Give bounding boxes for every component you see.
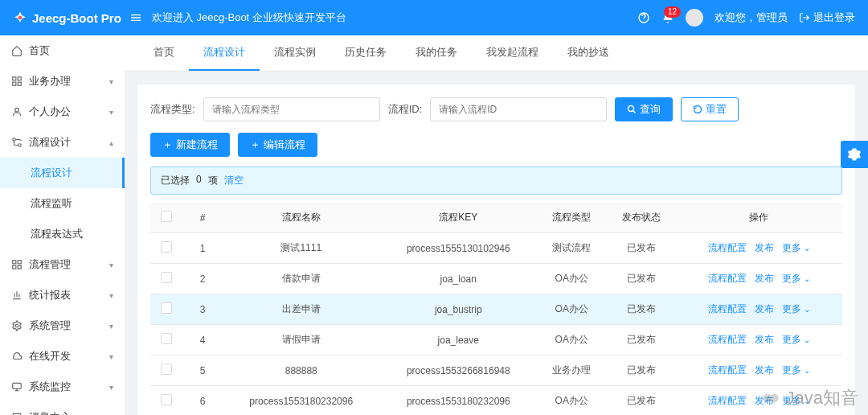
cloud-icon xyxy=(11,351,23,362)
config-link[interactable]: 流程配置 xyxy=(708,273,747,284)
sidebar-subitem-流程表达式[interactable]: 流程表达式 xyxy=(0,219,125,249)
svg-point-6 xyxy=(15,108,19,112)
svg-rect-10 xyxy=(18,261,21,264)
svg-rect-4 xyxy=(13,82,16,85)
row-checkbox[interactable] xyxy=(161,364,172,375)
more-link[interactable]: 更多 ⌄ xyxy=(782,242,810,253)
brand-logo: Jeecg-Boot Pro xyxy=(13,10,121,25)
config-link[interactable]: 流程配置 xyxy=(708,364,747,376)
selection-bar: 已选择 0 项 清空 xyxy=(150,166,842,195)
chevron-icon: ▾ xyxy=(109,352,113,361)
more-link[interactable]: 更多 ⌄ xyxy=(782,364,810,376)
tab-流程设计[interactable]: 流程设计 xyxy=(189,35,260,71)
svg-rect-9 xyxy=(13,261,16,264)
clear-selection-link[interactable]: 清空 xyxy=(224,174,244,187)
sidebar-item-消息中心[interactable]: 消息中心▾ xyxy=(0,402,125,415)
more-link[interactable]: 更多 ⌄ xyxy=(782,303,810,314)
bell-icon[interactable]: 12 xyxy=(661,11,674,24)
col-header-1: # xyxy=(182,203,223,233)
sidebar-item-个人办公[interactable]: 个人办公▾ xyxy=(0,97,125,127)
new-process-button[interactable]: ＋ 新建流程 xyxy=(150,133,230,157)
help-icon[interactable] xyxy=(637,11,650,24)
table-row[interactable]: 6process1553180232096process155318023209… xyxy=(150,386,842,416)
more-link[interactable]: 更多 ⌄ xyxy=(782,273,810,284)
sidebar-subitem-流程监听[interactable]: 流程监听 xyxy=(0,188,125,219)
sidebar-item-系统管理[interactable]: 系统管理▾ xyxy=(0,310,125,341)
avatar[interactable] xyxy=(686,9,703,27)
publish-link[interactable]: 发布 xyxy=(755,395,774,406)
table-row[interactable]: 5888888process1553266816948业务办理已发布流程配置发布… xyxy=(150,355,842,386)
publish-link[interactable]: 发布 xyxy=(755,242,774,253)
tab-历史任务[interactable]: 历史任务 xyxy=(330,35,401,71)
menu-fold-icon[interactable] xyxy=(129,11,142,24)
row-checkbox[interactable] xyxy=(161,394,172,405)
brand-text: Jeecg-Boot Pro xyxy=(32,11,121,25)
publish-link[interactable]: 发布 xyxy=(755,364,774,376)
svg-point-13 xyxy=(15,324,18,327)
more-link[interactable]: 更多 ⌄ xyxy=(782,395,810,406)
notification-badge: 12 xyxy=(664,6,681,18)
publish-link[interactable]: 发布 xyxy=(755,303,774,314)
chart-icon xyxy=(11,290,23,301)
row-checkbox[interactable] xyxy=(161,302,172,314)
filter-type-input[interactable] xyxy=(203,97,380,121)
config-link[interactable]: 流程配置 xyxy=(708,395,747,406)
tab-我发起流程[interactable]: 我发起流程 xyxy=(472,35,553,71)
config-link[interactable]: 流程配置 xyxy=(708,334,747,345)
chevron-icon: ▴ xyxy=(109,138,113,147)
col-header-5: 发布状态 xyxy=(606,203,675,233)
content-card: 流程类型: 流程ID: 查询 重置 ＋ 新建流程 ＋ 编辑流程 xyxy=(137,84,855,415)
settings-float-button[interactable] xyxy=(841,141,868,168)
tab-我的抄送[interactable]: 我的抄送 xyxy=(553,35,624,71)
edit-process-button[interactable]: ＋ 编辑流程 xyxy=(238,133,317,157)
reset-button[interactable]: 重置 xyxy=(681,97,739,121)
chevron-down-icon: ⌄ xyxy=(804,305,810,314)
col-header-4: 流程类型 xyxy=(537,203,606,233)
config-link[interactable]: 流程配置 xyxy=(708,303,747,314)
sidebar-item-业务办理[interactable]: 业务办理▾ xyxy=(0,66,125,97)
row-checkbox[interactable] xyxy=(161,241,172,253)
welcome-text: 欢迎进入 Jeecg-Boot 企业级快速开发平台 xyxy=(152,10,346,25)
gear-icon xyxy=(11,320,23,331)
tab-流程实例[interactable]: 流程实例 xyxy=(260,35,330,71)
publish-link[interactable]: 发布 xyxy=(755,334,774,345)
sidebar-item-首页[interactable]: 首页 xyxy=(0,35,125,66)
chevron-down-icon: ⌄ xyxy=(804,366,810,375)
filter-id-label: 流程ID: xyxy=(388,102,423,117)
chevron-icon: ▾ xyxy=(109,291,113,300)
sidebar-item-流程设计[interactable]: 流程设计▴ xyxy=(0,127,125,158)
chevron-icon: ▾ xyxy=(109,322,113,331)
logout-button[interactable]: 退出登录 xyxy=(799,10,855,25)
chevron-down-icon: ⌄ xyxy=(804,274,810,283)
search-button[interactable]: 查询 xyxy=(615,97,673,121)
chevron-icon: ▾ xyxy=(109,261,113,269)
logo-icon xyxy=(13,10,27,25)
col-header-0 xyxy=(150,203,182,233)
row-checkbox[interactable] xyxy=(161,272,172,283)
flow-icon xyxy=(11,137,23,148)
header-actions: 12 欢迎您，管理员 退出登录 xyxy=(637,9,855,27)
table-row[interactable]: 2借款申请joa_loanOA办公已发布流程配置发布更多 ⌄ xyxy=(150,264,842,294)
tab-我的任务[interactable]: 我的任务 xyxy=(401,35,472,71)
tab-bar: 首页流程设计流程实例历史任务我的任务我发起流程我的抄送 xyxy=(125,35,868,72)
more-link[interactable]: 更多 ⌄ xyxy=(782,334,810,345)
config-link[interactable]: 流程配置 xyxy=(708,242,747,253)
sidebar-item-在线开发[interactable]: 在线开发▾ xyxy=(0,341,125,372)
row-checkbox[interactable] xyxy=(161,333,172,344)
tab-首页[interactable]: 首页 xyxy=(139,35,189,71)
table-row[interactable]: 1测试1111process1555130102946测试流程已发布流程配置发布… xyxy=(150,233,842,264)
sidebar-item-统计报表[interactable]: 统计报表▾ xyxy=(0,280,125,310)
col-header-6: 操作 xyxy=(676,203,842,233)
sidebar-item-流程管理[interactable]: 流程管理▾ xyxy=(0,249,125,280)
grid-icon xyxy=(11,259,23,270)
msg-icon xyxy=(11,412,23,415)
table-row[interactable]: 3出差申请joa_bustripOA办公已发布流程配置发布更多 ⌄ xyxy=(150,294,842,325)
select-all-checkbox[interactable] xyxy=(161,211,172,222)
publish-link[interactable]: 发布 xyxy=(755,273,774,284)
table-row[interactable]: 4请假申请joa_leaveOA办公已发布流程配置发布更多 ⌄ xyxy=(150,325,842,355)
chevron-down-icon: ⌄ xyxy=(804,335,810,344)
monitor-icon xyxy=(11,381,23,392)
sidebar-subitem-流程设计[interactable]: 流程设计 xyxy=(0,158,125,188)
sidebar-item-系统监控[interactable]: 系统监控▾ xyxy=(0,372,125,402)
filter-id-input[interactable] xyxy=(430,97,607,121)
